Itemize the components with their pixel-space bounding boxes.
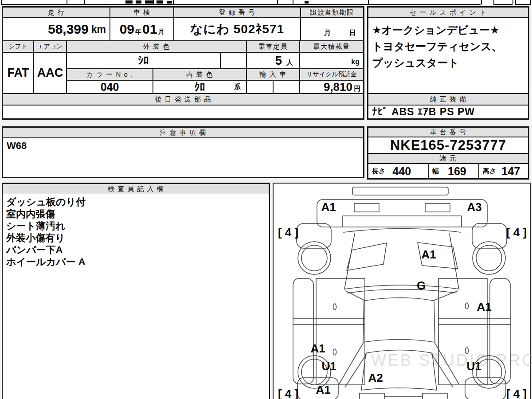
later-parts-value-cell (3, 105, 364, 119)
inspector-box: 検 査 員 記 入 欄 ダッシュ板のり付 室内内張傷 シート薄汚れ 外装小傷有り… (2, 183, 270, 399)
aircon-value: AAC (37, 66, 63, 80)
damage-mark: A2 (368, 371, 383, 385)
sales-points-box: セ ー ル ス ポ イ ン ト ★オークションデビュー★ トヨタセーフティセンス… (367, 6, 529, 120)
interior-color-suffix: 系 (234, 83, 241, 91)
transfer-month-label: 月 (324, 29, 331, 37)
spec-width-cell: 幅 169 (428, 164, 479, 179)
color-no-value: 040 (101, 81, 119, 94)
damage-mark: U1 (321, 360, 336, 373)
inspector-line: シート薄汚れ (6, 220, 273, 232)
damage-diagram-box: WEB STUDIO PRO (273, 183, 531, 399)
recycle-value: 9,810 (324, 80, 352, 94)
registration-header: 登 録 番 号 (174, 7, 301, 18)
notes-content: W68 (3, 138, 364, 177)
exterior-color-value: ｼﾛ (138, 54, 149, 67)
inspector-content: ダッシュ板のり付 室内内張傷 シート薄汚れ 外装小傷有り バンパー下A ホイール… (3, 194, 273, 268)
mileage-value: 58,399 (48, 22, 89, 37)
specs-header: 諸 元 (368, 153, 528, 164)
shift-header: シフト (3, 41, 34, 52)
interior-color-value-cell: ｸﾛ 系 (153, 80, 246, 94)
inspector-line: 室内内張傷 (6, 208, 273, 220)
damage-mark: [ 4 ] (278, 387, 298, 399)
damage-mark: A1 (321, 200, 336, 214)
inspector-header: 検 査 員 記 入 欄 (3, 184, 269, 194)
inspection-month-suffix: 月 (158, 28, 164, 36)
inspection-year-suffix: 年 (135, 28, 141, 36)
recycle-header: リサイクル預託金 (300, 69, 364, 80)
capacity-value: 5 (275, 54, 282, 68)
color-no-header: カ ラ ー N o . (66, 69, 153, 80)
inspection-value-cell: 09 年 01 月 (110, 18, 174, 41)
mileage-unit: km (91, 23, 106, 35)
cutoff-row (0, 0, 532, 5)
inspector-line: ホイールカバー A (6, 256, 273, 268)
recycle-value-cell: 9,810 円 (300, 80, 364, 94)
equipment-header: 純 正 装 備 (368, 94, 528, 105)
registration-value: なにわ 502ﾈ571 (190, 21, 284, 38)
inspector-line: 外装小傷有り (6, 232, 273, 244)
transfer-docs-header: 譲渡書類期限 (301, 7, 364, 18)
aircon-value-cell: AAC (34, 52, 66, 94)
sales-point-line: ★オークションデビュー★ (372, 22, 528, 38)
interior-color-header: 内 装 色 (153, 69, 246, 80)
auction-sheet: 走 行 車 検 登 録 番 号 譲渡書類期限 58,399 km 09 年 01… (0, 0, 532, 399)
transfer-value-cell: 月 日 (301, 18, 364, 41)
inspection-year: 09 (120, 22, 134, 37)
damage-mark: A3 (467, 200, 481, 214)
inspection-header: 車 検 (110, 7, 174, 18)
main-info-table: 走 行 車 検 登 録 番 号 譲渡書類期限 58,399 km 09 年 01… (2, 6, 364, 120)
damage-mark: [ 4 ] (506, 387, 527, 399)
sales-points-header: セ ー ル ス ポ イ ン ト (368, 7, 528, 18)
sales-points-content: ★オークションデビュー★ トヨタセーフティセンス、 プッシュスタート (368, 18, 528, 94)
inspector-line: バンパー下A (6, 244, 273, 256)
damage-mark: G (417, 279, 426, 293)
mileage-value-cell: 58,399 km (3, 18, 110, 41)
damage-mark: A1 (477, 300, 491, 314)
car-outline-diagram (274, 184, 530, 399)
notes-value: W68 (7, 140, 27, 151)
damage-mark: A1 (316, 383, 330, 397)
spec-width-value: 169 (448, 165, 466, 178)
damage-mark: A1 (310, 342, 325, 356)
chassis-value-cell: NKE165-7253777 (368, 137, 528, 153)
spec-height-cell: 高さ 147 (479, 164, 528, 179)
later-parts-header: 後 日 発 送 部 品 (3, 94, 364, 105)
spec-height-value: 147 (501, 165, 520, 178)
max-load-unit: kg (351, 58, 360, 66)
spec-height-label: 高さ (483, 167, 496, 176)
shift-value: FAT (8, 66, 29, 80)
spec-length-cell: 長さ 440 (368, 164, 428, 179)
sales-point-line: トヨタセーフティセンス、 (372, 38, 528, 55)
spec-width-label: 幅 (432, 167, 439, 176)
capacity-header: 乗車定員 (246, 41, 300, 52)
inspector-line: ダッシュ板のり付 (6, 196, 273, 208)
capacity-unit: 人 (286, 59, 293, 67)
color-no-value-cell: 040 (66, 80, 153, 94)
import-empty-cell-2 (273, 80, 300, 94)
recycle-unit: 円 (354, 85, 360, 93)
import-car-header: 輸 入 車 (246, 69, 300, 80)
spec-length-label: 長さ (372, 167, 385, 176)
transfer-day-label: 日 (349, 29, 356, 37)
import-empty-cell-1 (246, 80, 273, 94)
equipment-value-cell: ﾅﾋﾞ ABS ｴｱB PS PW (368, 105, 528, 119)
notes-box: 注 意 事 項 欄 W68 (2, 126, 364, 178)
damage-mark: U1 (466, 360, 481, 373)
max-load-value-cell: kg (300, 52, 364, 69)
shift-value-cell: FAT (3, 52, 34, 94)
chassis-specs-box: 車 台 番 号 NKE165-7253777 諸 元 長さ 440 幅 169 … (367, 126, 529, 180)
sales-point-line: プッシュスタート (372, 55, 528, 71)
damage-mark: [ 4 ] (278, 226, 298, 239)
aircon-header: エアコン (34, 41, 66, 52)
spec-length-value: 440 (392, 165, 411, 178)
chassis-value: NKE165-7253777 (390, 137, 506, 153)
inspection-month: 01 (142, 22, 157, 37)
chassis-header: 車 台 番 号 (368, 127, 528, 137)
damage-mark: A1 (421, 248, 436, 262)
exterior-color-header: 外 装 色 (66, 41, 246, 52)
equipment-value: ﾅﾋﾞ ABS ｴｱB PS PW (372, 106, 475, 118)
registration-value-cell: なにわ 502ﾈ571 (174, 18, 301, 41)
capacity-value-cell: 5 人 (246, 52, 300, 69)
exterior-color-value-cell: ｼﾛ (66, 52, 220, 69)
interior-color-value: ｸﾛ (194, 81, 205, 94)
